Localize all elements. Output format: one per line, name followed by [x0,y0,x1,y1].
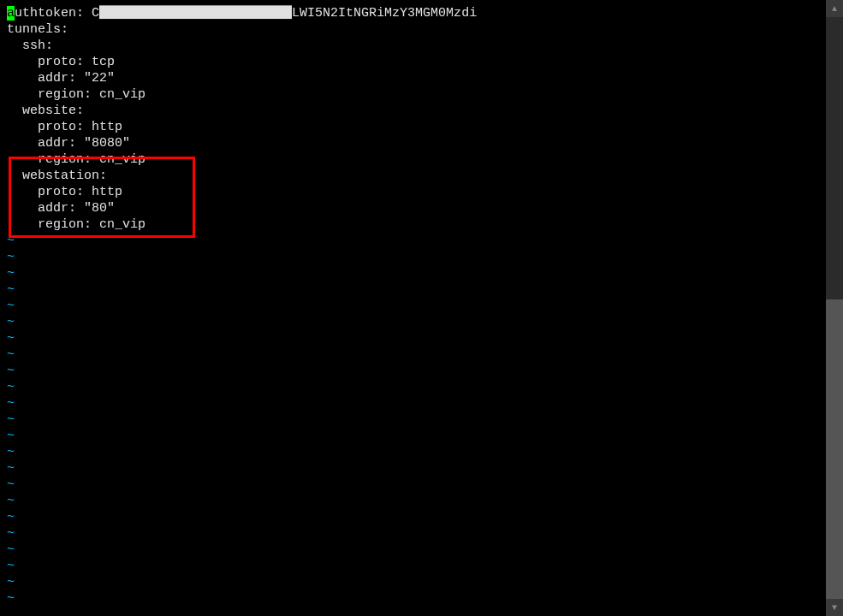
terminal-editor[interactable]: authtoken: C█████████████████████████LWI… [0,0,826,616]
empty-line-tilde: ~ [7,590,819,607]
empty-line-tilde: ~ [7,412,819,428]
chevron-up-icon: ▲ [832,4,837,14]
empty-line-tilde: ~ [7,379,819,395]
tunnel-webstation-name: webstation: [7,168,819,184]
tunnel-website-proto: proto: http [7,119,819,135]
tunnel-ssh-region: region: cn_vip [7,86,819,103]
empty-line-tilde: ~ [7,233,819,249]
authtoken-label: uthtoken: [15,6,92,21]
vertical-scrollbar[interactable]: ▲ ▼ [826,0,843,616]
chevron-down-icon: ▼ [832,603,837,613]
empty-line-tilde: ~ [7,542,819,558]
scroll-down-button[interactable]: ▼ [826,599,843,616]
empty-line-tilde: ~ [7,444,819,460]
config-line-authtoken: authtoken: C█████████████████████████LWI… [7,5,819,21]
empty-line-tilde: ~ [7,346,819,363]
tunnel-webstation-addr: addr: "80" [7,200,819,216]
empty-line-tilde: ~ [7,493,819,509]
empty-line-tilde: ~ [7,314,819,330]
empty-line-tilde: ~ [7,477,819,493]
empty-line-tilde: ~ [7,281,819,298]
tunnel-ssh-addr: addr: "22" [7,70,819,86]
empty-line-tilde: ~ [7,265,819,281]
scrollbar-thumb[interactable] [826,299,843,599]
authtoken-value: C█████████████████████████LWI5N2ItNGRiMz… [92,6,477,21]
tunnel-webstation-region: region: cn_vip [7,216,819,233]
empty-line-tilde: ~ [7,574,819,590]
tunnel-website-region: region: cn_vip [7,151,819,168]
empty-line-tilde: ~ [7,298,819,314]
empty-line-tilde: ~ [7,525,819,542]
empty-line-tilde: ~ [7,330,819,346]
scroll-up-button[interactable]: ▲ [826,0,843,17]
empty-line-tilde: ~ [7,249,819,265]
cursor: a [7,6,15,21]
empty-line-tilde: ~ [7,509,819,525]
empty-line-tilde: ~ [7,558,819,574]
empty-line-tilde: ~ [7,428,819,444]
tunnel-ssh-name: ssh: [7,38,819,54]
config-line-tunnels: tunnels: [7,21,819,38]
empty-line-tilde: ~ [7,363,819,379]
empty-line-tilde: ~ [7,460,819,477]
empty-line-tilde: ~ [7,395,819,412]
tunnel-website-name: website: [7,103,819,119]
tunnel-ssh-proto: proto: tcp [7,54,819,70]
tunnel-webstation-proto: proto: http [7,184,819,200]
tunnel-website-addr: addr: "8080" [7,135,819,151]
